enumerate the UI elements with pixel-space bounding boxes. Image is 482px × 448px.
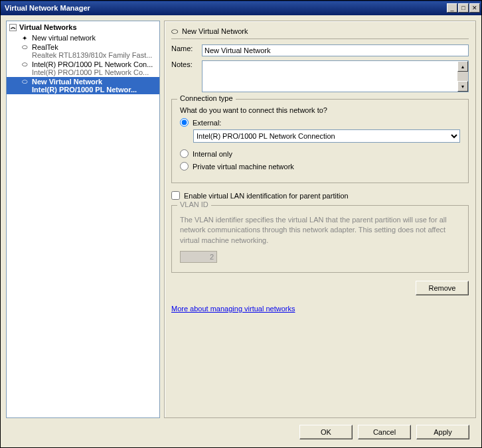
panel-title: New Virtual Network [182, 27, 248, 35]
tree-item-sublabel: Intel(R) PRO/1000 PL Network Co... [20, 68, 157, 76]
panel-header: ⬭ New Virtual Network [171, 25, 469, 39]
network-icon: ⬭ [20, 60, 29, 68]
vlan-id-group: VLAN ID The VLAN identifier specifies th… [171, 205, 469, 273]
window: Virtual Network Manager _ □ ✕ ︽ Virtual … [0, 0, 482, 448]
name-input[interactable] [202, 44, 469, 56]
connection-prompt: What do you want to connect this network… [180, 106, 460, 114]
network-icon: ⬭ [20, 43, 29, 51]
details-panel: ⬭ New Virtual Network Name: Notes: ▴ ▾ [164, 21, 476, 418]
network-icon: ⬭ [171, 27, 178, 36]
notes-scrollbar[interactable]: ▴ ▾ [457, 61, 468, 92]
radio-internal[interactable] [180, 149, 189, 158]
tree-item-realtek[interactable]: ⬭ RealTek Realtek RTL8139/810x Family Fa… [7, 42, 159, 60]
minimize-button[interactable]: _ [447, 3, 457, 13]
main-panels: ︽ Virtual Networks ✦ New virtual network… [6, 21, 476, 418]
vlan-checkbox[interactable] [171, 191, 180, 200]
tree-item-label: New virtual network [32, 34, 96, 42]
connection-type-group: Connection type What do you want to conn… [171, 99, 469, 183]
notes-label: Notes: [171, 60, 202, 68]
radio-external[interactable] [180, 118, 189, 127]
network-tree: ︽ Virtual Networks ✦ New virtual network… [6, 21, 160, 418]
radio-internal-label: Internal only [193, 150, 232, 158]
vlan-help-text: The VLAN identifier specifies the virtua… [180, 215, 460, 246]
cancel-button[interactable]: Cancel [358, 425, 411, 439]
remove-button[interactable]: Remove [416, 281, 469, 295]
collapse-icon[interactable]: ︽ [9, 24, 17, 31]
tree-header-label: Virtual Networks [19, 23, 77, 31]
notes-row: Notes: ▴ ▾ [171, 60, 469, 92]
scroll-down-icon[interactable]: ▾ [457, 81, 468, 92]
radio-external-row[interactable]: External: [180, 118, 460, 127]
tree-item-intel[interactable]: ⬭ Intel(R) PRO/1000 PL Network Con... In… [7, 60, 159, 77]
maximize-button[interactable]: □ [458, 3, 469, 13]
tree-item-label: RealTek [32, 43, 58, 51]
tree-header[interactable]: ︽ Virtual Networks [7, 21, 159, 33]
window-title: Virtual Network Manager [5, 4, 90, 12]
connection-type-legend: Connection type [177, 94, 236, 102]
close-button[interactable]: ✕ [469, 3, 480, 13]
adapter-select[interactable]: Intel(R) PRO/1000 PL Network Connection [193, 129, 460, 143]
tree-item-sublabel: Intel(R) PRO/1000 PL Networ... [20, 86, 157, 94]
dialog-footer: OK Cancel Apply [6, 422, 476, 442]
name-row: Name: [171, 44, 469, 56]
radio-internal-row[interactable]: Internal only [180, 149, 460, 158]
radio-private-row[interactable]: Private virtual machine network [180, 162, 460, 171]
tree-item-new-virtual-network[interactable]: ⬭ New Virtual Network Intel(R) PRO/1000 … [7, 77, 159, 94]
tree-item-new-network[interactable]: ✦ New virtual network [7, 33, 159, 42]
tree-item-label: Intel(R) PRO/1000 PL Network Con... [32, 60, 153, 68]
radio-private-label: Private virtual machine network [193, 163, 294, 171]
vlan-id-input [180, 251, 217, 263]
vlan-checkbox-label: Enable virtual LAN identification for pa… [184, 192, 349, 200]
titlebar-controls: _ □ ✕ [447, 3, 480, 13]
network-add-icon: ✦ [20, 35, 29, 42]
radio-external-label: External: [193, 119, 221, 127]
network-icon: ⬭ [20, 78, 29, 86]
titlebar: Virtual Network Manager _ □ ✕ [1, 1, 481, 15]
vlan-checkbox-row[interactable]: Enable virtual LAN identification for pa… [171, 191, 469, 200]
scroll-up-icon[interactable]: ▴ [457, 61, 468, 72]
apply-button[interactable]: Apply [416, 425, 469, 439]
radio-private[interactable] [180, 162, 189, 171]
vlan-id-legend: VLAN ID [177, 200, 211, 208]
name-label: Name: [171, 44, 202, 52]
tree-item-sublabel: Realtek RTL8139/810x Family Fast... [20, 51, 157, 59]
content: ︽ Virtual Networks ✦ New virtual network… [1, 15, 481, 447]
ok-button[interactable]: OK [299, 425, 353, 439]
notes-field[interactable]: ▴ ▾ [202, 60, 469, 92]
more-link[interactable]: More about managing virtual networks [171, 305, 469, 313]
tree-item-label: New Virtual Network [32, 78, 102, 86]
